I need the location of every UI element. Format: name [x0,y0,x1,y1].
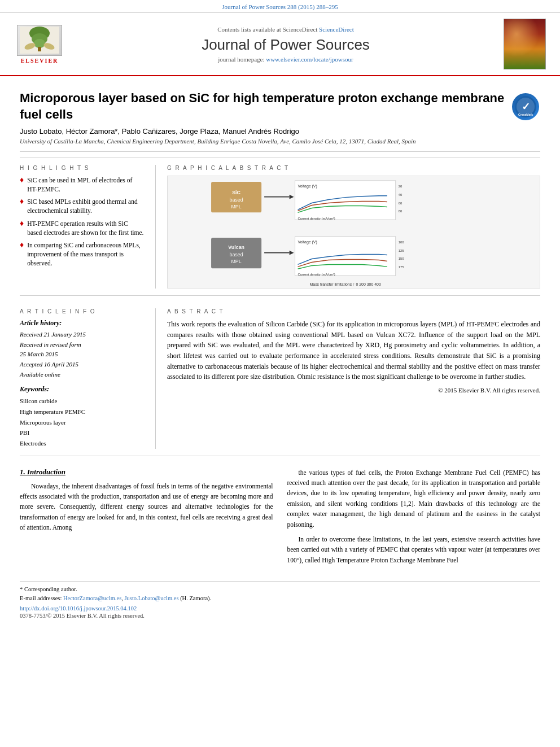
vertical-divider-2 [155,308,156,448]
journal-header: ELSEVIER Contents lists available at Sci… [0,13,560,76]
graphical-abstract-column: G R A P H I C A L A B S T R A C T SiC ba… [167,165,540,289]
journal-cover-image [504,19,545,69]
top-bar: Journal of Power Sources 288 (2015) 288–… [0,0,560,13]
highlight-text-4: In comparing SiC and carbonaceous MPLs, … [27,241,144,268]
keyword-4: PBI [20,427,144,438]
svg-text:Current density (mA/cm²): Current density (mA/cm²) [298,217,335,220]
vertical-divider [155,165,156,289]
corresponding-author: * Corresponding author. [20,585,540,594]
svg-rect-4 [38,47,41,51]
history-title: Article history: [20,319,144,327]
sciencedirect-label: Contents lists available at ScienceDirec… [217,26,317,33]
highlight-item-1: ♦ SiC can be used in MPL of electrodes o… [20,176,144,194]
svg-text:Voltage (V): Voltage (V) [298,240,317,244]
svg-text:60: 60 [399,202,403,205]
intro-para-1: Nowadays, the inherent disadvantages of … [20,481,273,533]
footnote-section: * Corresponding author. E-mail addresses… [20,581,540,619]
bullet-2: ♦ [20,197,24,207]
svg-text:40: 40 [399,193,403,196]
intro-para-3: In order to overcome these limitations, … [287,534,541,565]
journal-cover [504,19,546,69]
svg-text:SiC: SiC [232,190,240,195]
crossmark-logo: ✓ CrossMark [512,93,539,120]
highlight-text-3: HT-PEMFC operation results with SiC base… [27,219,144,237]
introduction-body: 1. Introduction Nowadays, the inherent d… [20,468,540,570]
elsevier-logo-image [17,25,62,56]
highlight-item-4: ♦ In comparing SiC and carbonaceous MPLs… [20,241,144,268]
svg-text:CrossMark: CrossMark [518,113,533,116]
svg-text:150: 150 [399,257,405,261]
article-info-section: A R T I C L E I N F O Article history: R… [20,302,540,456]
sciencedirect-line: Contents lists available at ScienceDirec… [68,26,504,33]
homepage-line: journal homepage: www.elsevier.com/locat… [68,56,504,63]
doi-link[interactable]: http://dx.doi.org/10.1016/j.jpowsour.201… [20,605,540,611]
article-title: Microporous layer based on SiC for high … [20,90,506,123]
elsevier-logo-section: ELSEVIER [11,25,68,64]
received-date: Received 21 January 2015 [20,330,144,340]
divider-1 [20,151,540,152]
keyword-3: Microporous layer [20,417,144,428]
graphical-abstract-label: G R A P H I C A L A B S T R A C T [167,165,540,171]
svg-text:100: 100 [399,241,405,244]
journal-header-center: Contents lists available at ScienceDirec… [68,26,504,63]
email-2[interactable]: Justo.Lobato@uclm.es [125,595,179,601]
crossmark-badge: ✓ CrossMark [512,93,540,121]
email-label: E-mail addresses: [20,595,62,601]
journal-cover-section [504,19,549,69]
abstract-label: A B S T R A C T [167,308,540,314]
article-info-label: A R T I C L E I N F O [20,308,144,314]
abstract-text: This work reports the evaluation of Sili… [167,319,540,382]
svg-text:Voltage (V): Voltage (V) [298,184,317,189]
svg-point-3 [34,39,45,48]
svg-text:Current density (mA/cm²): Current density (mA/cm²) [298,273,335,276]
svg-text:20: 20 [399,185,403,188]
highlight-item-2: ♦ SiC based MPLs exhibit good thermal an… [20,197,144,215]
email-addresses: E-mail addresses: HectorZamora@uclm.es, … [20,594,540,603]
intro-col-left: 1. Introduction Nowadays, the inherent d… [20,468,273,570]
keyword-5: Electrodes [20,438,144,449]
article-title-section: Microporous layer based on SiC for high … [20,85,540,123]
article-info-column: A R T I C L E I N F O Article history: R… [20,308,144,448]
introduction-section: 1. Introduction Nowadays, the inherent d… [20,468,540,570]
highlights-column: H I G H L I G H T S ♦ SiC can be used in… [20,165,144,289]
copyright: © 2015 Elsevier B.V. All rights reserved… [167,387,540,394]
svg-text:✓: ✓ [522,101,530,112]
bullet-4: ♦ [20,241,24,250]
svg-text:80: 80 [399,210,403,213]
sciencedirect-link[interactable]: ScienceDirect [319,26,354,33]
accepted-date: Accepted 16 April 2015 [20,360,144,370]
affiliation: University of Castilla-La Mancha, Chemic… [20,138,540,145]
graphical-abstract-image: SiC based MPL Voltage (V) 20 40 [167,176,540,289]
intro-text-right: the various types of fuel cells, the Pro… [287,468,541,566]
svg-text:MPL: MPL [231,204,241,210]
journal-title: Journal of Power Sources [68,36,504,54]
authors: Justo Lobato, Héctor Zamora*, Pablo Cañi… [20,127,540,136]
highlight-text-1: SiC can be used in MPL of electrodes of … [27,176,144,194]
intro-heading: 1. Introduction [20,468,273,477]
svg-text:based: based [229,197,243,203]
homepage-label: journal homepage: [218,56,264,63]
keywords-title: Keywords: [20,385,144,394]
received-revised-label: Received in revised form [20,340,144,350]
authors-text: Justo Lobato, Héctor Zamora*, Pablo Cañi… [20,127,299,136]
svg-text:Mass transfer limitations ↑  0: Mass transfer limitations ↑ 0 200 300 40… [310,282,381,286]
keyword-1: Silicon carbide [20,396,144,407]
highlight-item-3: ♦ HT-PEMFC operation results with SiC ba… [20,219,144,237]
highlights-label: H I G H L I G H T S [20,165,144,171]
svg-text:175: 175 [399,266,405,269]
highlights-graphical-section: H I G H L I G H T S ♦ SiC can be used in… [20,158,540,296]
email-1[interactable]: HectorZamora@uclm.es [63,595,121,601]
svg-text:125: 125 [399,249,405,252]
journal-ref: Journal of Power Sources 288 (2015) 288–… [222,3,338,10]
svg-text:Vulcan: Vulcan [228,244,244,250]
homepage-url[interactable]: www.elsevier.com/locate/jpowsour [266,56,353,63]
svg-text:MPL: MPL [231,259,241,265]
email-suffix: (H. Zamora). [180,595,211,601]
keyword-2: High temperature PEMFC [20,407,144,417]
elsevier-logo: ELSEVIER [11,25,68,64]
svg-text:based: based [229,252,243,257]
intro-col-right: the various types of fuel cells, the Pro… [287,468,541,570]
revised-date: 25 March 2015 [20,350,144,360]
svg-marker-29 [290,251,294,255]
issn-line: 0378-7753/© 2015 Elsevier B.V. All right… [20,613,540,619]
